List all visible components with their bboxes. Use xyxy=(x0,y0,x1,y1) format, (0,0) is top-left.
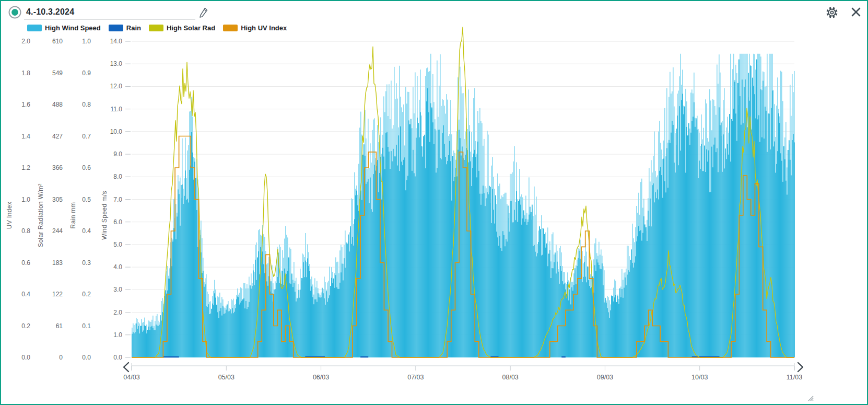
y-axis-tick-label: 0.3 xyxy=(82,259,91,267)
x-axis-label: 06/03 xyxy=(313,374,329,381)
y-axis-tick-label: 8.0 xyxy=(113,173,122,180)
y-axis-tick-label: 1.0 xyxy=(21,196,30,203)
x-axis-label: 05/03 xyxy=(218,374,234,381)
y-axis-tick-label: 0 xyxy=(59,354,63,361)
legend-item[interactable]: High Solar Rad xyxy=(149,24,215,32)
legend-label: Rain xyxy=(126,24,141,32)
y-axis-tick-label: 3.0 xyxy=(113,286,122,293)
y-axis-tick-label: 0.0 xyxy=(113,354,122,361)
edit-pencil-icon[interactable] xyxy=(198,6,209,19)
legend: High Wind SpeedRainHigh Solar RadHigh UV… xyxy=(27,24,287,32)
y-axis-tick-label: 13.0 xyxy=(110,60,123,67)
y-axis-tick-label: 1.0 xyxy=(113,331,122,339)
y-axis-tick-label: 5.0 xyxy=(113,241,122,248)
date-range-radio-button[interactable] xyxy=(8,5,22,19)
y-axis-title: Wind Speed m/s xyxy=(101,191,108,240)
legend-swatch xyxy=(109,25,123,31)
y-axis-tick-label: 0.8 xyxy=(21,227,30,235)
legend-item[interactable]: Rain xyxy=(109,24,141,32)
resize-handle[interactable] xyxy=(808,396,813,401)
y-axis-tick-label: 0.2 xyxy=(21,322,30,330)
y-axis-tick-label: 0.0 xyxy=(82,354,91,361)
pan-right-button[interactable] xyxy=(798,363,803,372)
x-axis-label: 10/03 xyxy=(691,374,708,381)
y-axis-tick-label: 14.0 xyxy=(110,38,123,45)
y-axis-tick-label: 0.4 xyxy=(21,291,30,298)
y-axis-tick-label: 0.4 xyxy=(82,227,91,235)
y-axis-title: Solar Radiation W/m² xyxy=(37,183,44,247)
x-axis-label: 07/03 xyxy=(407,374,424,381)
chart-plot-area[interactable] xyxy=(132,41,794,357)
legend-label: High Solar Rad xyxy=(167,24,215,32)
legend-item[interactable]: High Wind Speed xyxy=(27,24,101,32)
y-axis-tick-label: 488 xyxy=(52,101,63,108)
legend-label: High Wind Speed xyxy=(45,24,101,32)
y-axis-tick-label: 1.0 xyxy=(82,38,91,45)
close-icon[interactable] xyxy=(850,6,862,18)
x-axis-label: 11/03 xyxy=(787,374,802,381)
x-axis-label: 08/03 xyxy=(502,374,519,381)
x-axis-label: 04/03 xyxy=(123,374,139,381)
y-axis-tick-label: 549 xyxy=(52,70,63,77)
y-axis-tick-label: 0.8 xyxy=(82,101,91,108)
settings-gear-icon[interactable] xyxy=(825,5,839,20)
y-axis-title: Rain mm xyxy=(69,202,77,229)
y-axis-tick-label: 2.0 xyxy=(113,309,122,316)
y-axis-tick-label: 610 xyxy=(52,38,63,45)
legend-swatch xyxy=(149,25,163,31)
y-axis-tick-label: 12.0 xyxy=(110,83,123,90)
y-axis-tick-label: 61 xyxy=(56,322,63,330)
y-axis-tick-label: 0.7 xyxy=(82,133,91,140)
y-axis-tick-label: 4.0 xyxy=(113,263,122,271)
legend-label: High UV Index xyxy=(241,24,287,32)
top-bar: 4.-10.3.2024 xyxy=(1,1,867,23)
y-axis-tick-label: 9.0 xyxy=(113,151,122,158)
radio-dot xyxy=(11,9,18,16)
y-axis-tick-label: 1.6 xyxy=(21,101,30,108)
y-axis-tick-label: 427 xyxy=(52,133,63,140)
date-range-text: 4.-10.3.2024 xyxy=(24,5,195,19)
y-axis-tick-label: 2.0 xyxy=(21,38,30,45)
y-axis-tick-label: 0.0 xyxy=(21,354,30,361)
y-axis-tick-label: 7.0 xyxy=(113,196,122,203)
x-axis-label: 09/03 xyxy=(597,374,613,381)
y-axis-tick-label: 0.6 xyxy=(82,164,91,171)
y-axis-tick-label: 10.0 xyxy=(110,128,123,135)
chart: UV Index2.01.81.61.41.21.00.80.60.40.20.… xyxy=(1,1,867,404)
date-range-field[interactable]: 4.-10.3.2024 xyxy=(24,5,195,20)
legend-swatch xyxy=(223,25,238,31)
legend-item[interactable]: High UV Index xyxy=(223,24,287,32)
y-axis-tick-label: 0.2 xyxy=(82,291,91,298)
y-axis-tick-label: 305 xyxy=(52,196,63,203)
legend-swatch xyxy=(27,25,42,31)
y-axis-tick-label: 183 xyxy=(52,259,63,267)
y-axis-tick-label: 1.4 xyxy=(21,133,30,140)
y-axis-tick-label: 0.1 xyxy=(82,322,91,330)
y-axis-tick-label: 1.2 xyxy=(21,164,30,171)
y-axis-tick-label: 1.8 xyxy=(21,70,30,77)
y-axis-tick-label: 0.9 xyxy=(82,70,91,77)
y-axis-tick-label: 122 xyxy=(52,291,63,298)
y-axis-tick-label: 11.0 xyxy=(111,106,123,113)
y-axis-title: UV Index xyxy=(6,202,13,229)
y-axis-tick-label: 6.0 xyxy=(113,218,122,226)
y-axis-tick-label: 0.6 xyxy=(21,259,30,267)
y-axis-tick-label: 0.5 xyxy=(82,196,91,203)
weather-widget-frame: 4.-10.3.2024 High Wind SpeedRainHigh Sol… xyxy=(0,0,868,405)
y-axis-tick-label: 244 xyxy=(52,227,63,235)
pan-left-button[interactable] xyxy=(124,363,128,372)
y-axis-tick-label: 366 xyxy=(52,164,63,171)
